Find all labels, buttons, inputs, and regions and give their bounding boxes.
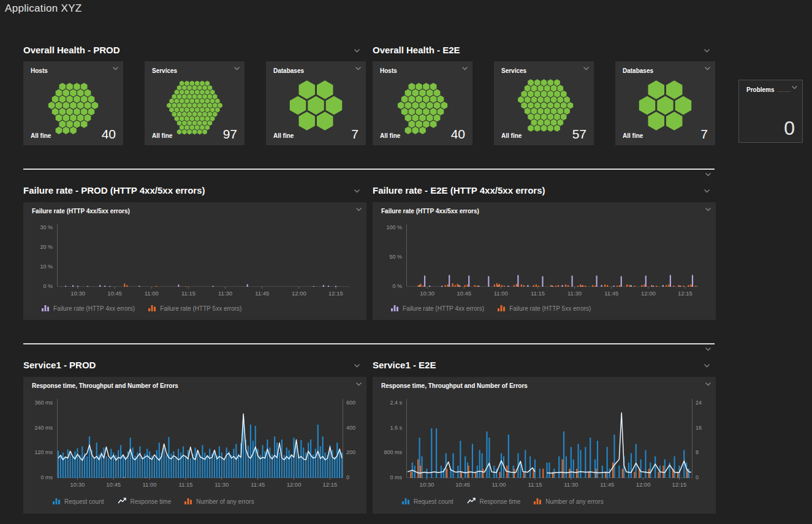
- x-axis-tick-label: 11:00: [136, 481, 163, 488]
- chart-tile-failure-prod[interactable]: Failure rate (HTTP 4xx/5xx errors) 30 %2…: [23, 202, 366, 320]
- health-tile-e2e-databases[interactable]: DatabasesAll fine7: [615, 61, 715, 145]
- legend-label: Request count: [64, 498, 104, 505]
- chevron-down-icon[interactable]: [704, 48, 711, 53]
- legend-item-resp[interactable]: Response time: [467, 496, 521, 507]
- chevron-down-icon[interactable]: [355, 382, 363, 387]
- health-tile-e2e-hosts[interactable]: HostsAll fine40: [373, 61, 472, 145]
- chevron-down-icon[interactable]: [705, 347, 712, 352]
- y-axis-right-tick-label: 0: [346, 474, 367, 480]
- section-header-failure-e2e: Failure rate - E2E (HTTP 4xx/5xx errors): [373, 185, 545, 196]
- y-axis-right-tick-label: 24: [696, 400, 716, 406]
- chevron-down-icon[interactable]: [705, 382, 712, 387]
- bar-series-icon: [53, 497, 61, 504]
- x-axis-tick-label: 10:30: [414, 290, 441, 297]
- health-tile-count: 57: [572, 127, 586, 142]
- chevron-down-icon[interactable]: [354, 189, 361, 194]
- y-axis-tick-label: 30 %: [23, 224, 53, 230]
- bar-series-icon: [402, 497, 410, 504]
- chart-tile-service-prod[interactable]: Response time, Throughput and Number of …: [23, 377, 366, 514]
- plot-area[interactable]: [57, 224, 349, 287]
- health-tile-prod-databases[interactable]: DatabasesAll fine7: [266, 61, 366, 145]
- plot-area[interactable]: [57, 399, 343, 478]
- plot-area[interactable]: [406, 224, 699, 287]
- chevron-down-icon[interactable]: [355, 207, 363, 212]
- y-axis-tick-label: 50 %: [373, 254, 402, 260]
- x-axis-tick-label: 11:45: [249, 290, 276, 297]
- legend-item-req[interactable]: Request count: [53, 496, 104, 507]
- bar-series-req: [58, 416, 343, 478]
- x-axis-tick-label: 10:30: [413, 481, 440, 488]
- x-axis-tick-label: 11:00: [138, 290, 165, 297]
- y-axis-tick-label: 360 ms: [23, 400, 53, 406]
- y-axis-right-tick-label: 200: [346, 449, 367, 455]
- chevron-down-icon[interactable]: [355, 66, 362, 71]
- health-tile-label: Hosts: [31, 67, 48, 74]
- y-axis-tick-label: 0 %: [373, 283, 402, 289]
- chevron-down-icon[interactable]: [354, 363, 361, 368]
- chevron-down-icon[interactable]: [583, 66, 590, 71]
- chevron-down-icon[interactable]: [461, 66, 469, 71]
- response-time-line-icon: [467, 497, 476, 504]
- chevron-down-icon[interactable]: [704, 189, 711, 194]
- legend-item-5xx[interactable]: Failure rate (HTTP 5xx errors): [148, 303, 241, 314]
- chevron-down-icon[interactable]: [791, 85, 799, 90]
- x-axis-tick-label: 12:15: [666, 481, 692, 488]
- y-axis-tick-label: 100 %: [373, 224, 402, 230]
- health-tile-prod-hosts[interactable]: HostsAll fine40: [23, 61, 123, 145]
- chevron-down-icon[interactable]: [704, 363, 711, 368]
- bar-series-icon: [42, 304, 50, 311]
- section-header-failure-prod: Failure rate - PROD (HTTP 4xx/5xx errors…: [23, 185, 205, 196]
- section-header-service-e2e: Service1 - E2E: [373, 360, 436, 370]
- legend-item-4xx[interactable]: Failure rate (HTTP 4xx errors): [42, 303, 135, 314]
- x-axis-tick-label: 11:45: [598, 290, 625, 297]
- x-axis-tick-label: 12:00: [286, 290, 313, 297]
- x-axis-tick-label: 12:00: [630, 481, 657, 488]
- x-axis-tick-label: 11:30: [561, 290, 588, 297]
- legend-label: Failure rate (HTTP 5xx errors): [509, 305, 591, 312]
- health-tile-count: 40: [451, 127, 465, 142]
- chevron-down-icon[interactable]: [112, 66, 120, 71]
- problems-dash: [777, 91, 791, 92]
- health-tile-e2e-services[interactable]: ServicesAll fine57: [494, 61, 594, 145]
- x-axis-tick-label: 12:00: [281, 481, 308, 488]
- legend-item-err[interactable]: Number of any errors: [534, 496, 603, 507]
- chevron-down-icon[interactable]: [354, 48, 361, 53]
- section-header-health-e2e: Overall Health - E2E: [373, 45, 460, 55]
- bar-series-req: [412, 428, 689, 478]
- x-axis-tick-label: 11:15: [172, 481, 199, 488]
- legend-item-req[interactable]: Request count: [402, 496, 453, 507]
- y-axis-right-tick-label: 400: [346, 425, 367, 431]
- legend-label: Request count: [414, 498, 453, 505]
- chevron-down-icon[interactable]: [233, 66, 241, 71]
- legend-item-5xx[interactable]: Failure rate (HTTP 5xx errors): [498, 303, 591, 314]
- x-axis-tick-label: 11:15: [522, 481, 548, 488]
- y-axis-tick-label: 0 ms: [23, 474, 53, 480]
- y-axis-right-tick-label: 8: [696, 449, 716, 455]
- y-axis-tick-label: 1.6 s: [373, 425, 402, 431]
- x-axis-tick-label: 11:30: [558, 481, 585, 488]
- bar-series-icon: [184, 497, 192, 504]
- health-tile-prod-services[interactable]: ServicesAll fine97: [145, 61, 245, 145]
- x-axis-tick-label: 11:45: [594, 481, 621, 488]
- chevron-down-icon[interactable]: [705, 207, 712, 212]
- chevron-down-icon[interactable]: [705, 172, 712, 177]
- chart-tile-failure-e2e[interactable]: Failure rate (HTTP 4xx/5xx errors) 100 %…: [373, 202, 716, 320]
- x-axis-tick-label: 11:00: [487, 290, 514, 297]
- problems-tile[interactable]: Problems 0: [738, 80, 803, 143]
- x-axis-tick-label: 10:45: [450, 290, 477, 297]
- plot-area[interactable]: [406, 399, 692, 478]
- legend-label: Response time: [480, 498, 521, 505]
- health-tile-label: Databases: [623, 67, 653, 74]
- chart-title: Failure rate (HTTP 4xx/5xx errors): [381, 208, 479, 215]
- legend-item-4xx[interactable]: Failure rate (HTTP 4xx errors): [391, 303, 484, 314]
- x-axis-tick-label: 12:00: [635, 290, 662, 297]
- chevron-down-icon[interactable]: [704, 66, 711, 71]
- legend-item-err[interactable]: Number of any errors: [184, 496, 254, 507]
- health-tile-count: 7: [351, 127, 359, 142]
- y-axis-tick-label: 0 %: [23, 283, 53, 289]
- chart-tile-service-e2e[interactable]: Response time, Throughput and Number of …: [373, 377, 716, 514]
- y-axis-right-tick-label: 0: [696, 474, 716, 480]
- x-axis-tick-label: 11:15: [175, 290, 202, 297]
- legend-item-resp[interactable]: Response time: [118, 496, 172, 507]
- y-axis-tick-label: 240 ms: [23, 425, 53, 431]
